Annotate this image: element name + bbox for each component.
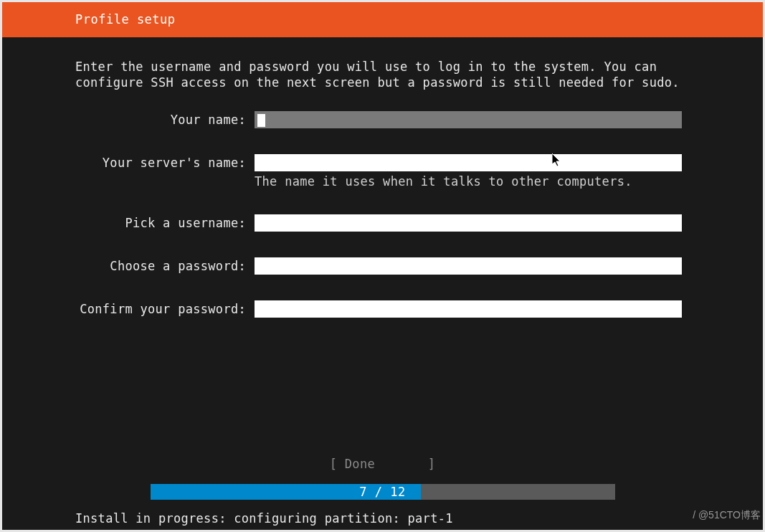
label-server-name: Your server's name: [75, 154, 255, 170]
progress-text: 7 / 12 [151, 485, 615, 499]
text-cursor [257, 114, 265, 127]
instructions-text: Enter the username and password you will… [75, 59, 690, 91]
progress-bar: 7 / 12 [151, 484, 615, 500]
hint-server-name: The name it uses when it talks to other … [255, 174, 690, 189]
form-row-confirm: Confirm your password: [75, 300, 690, 318]
form-row-servername: Your server's name: The name it uses whe… [75, 154, 690, 189]
form-row-username: Pick a username: [75, 214, 690, 232]
form-row-name: Your name: [75, 111, 690, 128]
header-bar: Profile setup [2, 2, 763, 37]
content-area: Enter the username and password you will… [2, 37, 763, 530]
page-title: Profile setup [75, 12, 176, 27]
watermark: / @51CTO博客 [693, 509, 761, 522]
label-username: Pick a username: [75, 214, 255, 230]
input-server-name[interactable] [255, 154, 682, 171]
label-password: Choose a password: [75, 257, 255, 273]
input-password[interactable] [255, 257, 682, 275]
input-your-name[interactable] [255, 111, 682, 128]
profile-form: Your name: Your server's name: The name … [75, 111, 690, 343]
label-your-name: Your name: [75, 111, 255, 127]
label-confirm-password: Confirm your password: [75, 300, 255, 316]
install-status: Install in progress: configuring partiti… [75, 511, 453, 530]
input-username[interactable] [255, 214, 682, 232]
input-confirm-password[interactable] [255, 300, 682, 318]
form-row-password: Choose a password: [75, 257, 690, 275]
bottom-section: [ Done ] 7 / 12 Install in progress: con… [75, 457, 690, 530]
done-button[interactable]: [ Done ] [330, 457, 436, 471]
installer-window: Profile setup Enter the username and pas… [2, 2, 763, 530]
